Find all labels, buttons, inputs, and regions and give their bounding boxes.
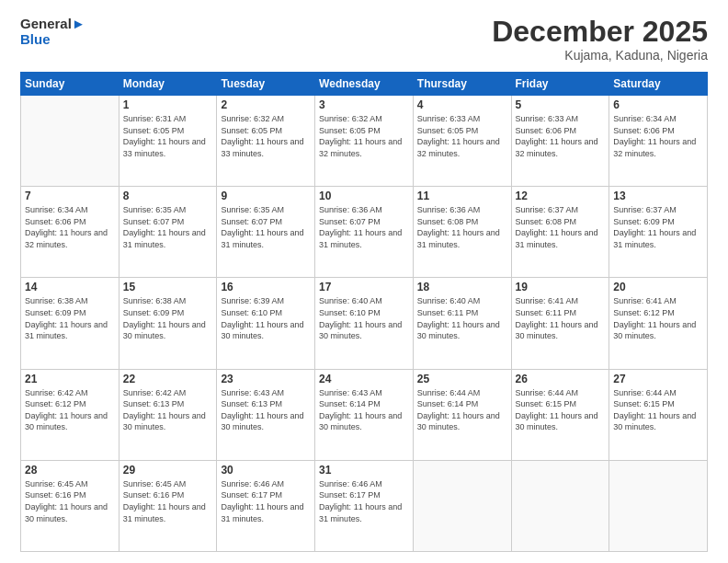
day-number: 31 bbox=[319, 464, 409, 477]
cell-info: Sunrise: 6:39 AMSunset: 6:10 PMDaylight:… bbox=[221, 296, 303, 340]
calendar-week-row: 14 Sunrise: 6:38 AMSunset: 6:09 PMDaylig… bbox=[21, 278, 708, 369]
day-number: 24 bbox=[319, 373, 409, 385]
table-row: 5 Sunrise: 6:33 AMSunset: 6:06 PMDayligh… bbox=[511, 96, 609, 187]
day-number: 30 bbox=[221, 464, 311, 477]
day-number: 1 bbox=[123, 98, 213, 111]
calendar-week-row: 1 Sunrise: 6:31 AMSunset: 6:05 PMDayligh… bbox=[21, 96, 708, 187]
page: General► Blue December 2025 Kujama, Kadu… bbox=[0, 0, 728, 563]
day-number: 22 bbox=[123, 373, 213, 385]
calendar-table: Sunday Monday Tuesday Wednesday Thursday… bbox=[20, 72, 708, 552]
cell-info: Sunrise: 6:35 AMSunset: 6:07 PMDaylight:… bbox=[123, 205, 206, 249]
cell-info: Sunrise: 6:34 AMSunset: 6:06 PMDaylight:… bbox=[25, 205, 108, 249]
cell-info: Sunrise: 6:46 AMSunset: 6:17 PMDaylight:… bbox=[221, 479, 303, 523]
day-number: 28 bbox=[25, 464, 115, 477]
day-number: 14 bbox=[25, 281, 115, 293]
header-tuesday: Tuesday bbox=[217, 73, 315, 96]
table-row: 14 Sunrise: 6:38 AMSunset: 6:09 PMDaylig… bbox=[21, 278, 119, 369]
cell-info: Sunrise: 6:36 AMSunset: 6:07 PMDaylight:… bbox=[319, 205, 402, 249]
cell-info: Sunrise: 6:34 AMSunset: 6:06 PMDaylight:… bbox=[613, 114, 696, 158]
table-row: 26 Sunrise: 6:44 AMSunset: 6:15 PMDaylig… bbox=[511, 369, 609, 460]
header-saturday: Saturday bbox=[609, 73, 708, 96]
weekday-header-row: Sunday Monday Tuesday Wednesday Thursday… bbox=[21, 73, 708, 96]
table-row: 24 Sunrise: 6:43 AMSunset: 6:14 PMDaylig… bbox=[315, 369, 414, 460]
day-number: 8 bbox=[123, 190, 213, 202]
day-number: 11 bbox=[417, 190, 507, 202]
table-row: 31 Sunrise: 6:46 AMSunset: 6:17 PMDaylig… bbox=[315, 460, 414, 551]
table-row: 13 Sunrise: 6:37 AMSunset: 6:09 PMDaylig… bbox=[609, 187, 708, 278]
table-row: 8 Sunrise: 6:35 AMSunset: 6:07 PMDayligh… bbox=[119, 187, 217, 278]
table-row bbox=[511, 460, 609, 551]
cell-info: Sunrise: 6:37 AMSunset: 6:08 PMDaylight:… bbox=[516, 205, 598, 249]
table-row: 18 Sunrise: 6:40 AMSunset: 6:11 PMDaylig… bbox=[413, 278, 511, 369]
day-number: 26 bbox=[516, 373, 606, 385]
cell-info: Sunrise: 6:42 AMSunset: 6:12 PMDaylight:… bbox=[25, 388, 108, 432]
day-number: 2 bbox=[221, 98, 311, 111]
table-row bbox=[609, 460, 708, 551]
table-row: 21 Sunrise: 6:42 AMSunset: 6:12 PMDaylig… bbox=[21, 369, 119, 460]
table-row: 6 Sunrise: 6:34 AMSunset: 6:06 PMDayligh… bbox=[609, 96, 708, 187]
cell-info: Sunrise: 6:32 AMSunset: 6:05 PMDaylight:… bbox=[221, 114, 303, 158]
day-number: 5 bbox=[516, 98, 606, 111]
day-number: 27 bbox=[613, 373, 703, 385]
day-number: 10 bbox=[319, 190, 409, 202]
header-monday: Monday bbox=[119, 73, 217, 96]
table-row: 7 Sunrise: 6:34 AMSunset: 6:06 PMDayligh… bbox=[21, 187, 119, 278]
cell-info: Sunrise: 6:40 AMSunset: 6:10 PMDaylight:… bbox=[319, 296, 402, 340]
header-right: December 2025 Kujama, Kaduna, Nigeria bbox=[492, 17, 708, 63]
top-section: General► Blue December 2025 Kujama, Kadu… bbox=[20, 17, 708, 63]
table-row: 30 Sunrise: 6:46 AMSunset: 6:17 PMDaylig… bbox=[217, 460, 315, 551]
table-row bbox=[21, 96, 119, 187]
cell-info: Sunrise: 6:31 AMSunset: 6:05 PMDaylight:… bbox=[123, 114, 206, 158]
table-row: 23 Sunrise: 6:43 AMSunset: 6:13 PMDaylig… bbox=[217, 369, 315, 460]
table-row: 1 Sunrise: 6:31 AMSunset: 6:05 PMDayligh… bbox=[119, 96, 217, 187]
table-row bbox=[413, 460, 511, 551]
calendar-week-row: 21 Sunrise: 6:42 AMSunset: 6:12 PMDaylig… bbox=[21, 369, 708, 460]
table-row: 25 Sunrise: 6:44 AMSunset: 6:14 PMDaylig… bbox=[413, 369, 511, 460]
table-row: 15 Sunrise: 6:38 AMSunset: 6:09 PMDaylig… bbox=[119, 278, 217, 369]
table-row: 3 Sunrise: 6:32 AMSunset: 6:05 PMDayligh… bbox=[315, 96, 414, 187]
cell-info: Sunrise: 6:44 AMSunset: 6:14 PMDaylight:… bbox=[417, 388, 500, 432]
table-row: 16 Sunrise: 6:39 AMSunset: 6:10 PMDaylig… bbox=[217, 278, 315, 369]
day-number: 4 bbox=[417, 98, 507, 111]
day-number: 18 bbox=[417, 281, 507, 293]
day-number: 15 bbox=[123, 281, 213, 293]
table-row: 2 Sunrise: 6:32 AMSunset: 6:05 PMDayligh… bbox=[217, 96, 315, 187]
day-number: 29 bbox=[123, 464, 213, 477]
cell-info: Sunrise: 6:35 AMSunset: 6:07 PMDaylight:… bbox=[221, 205, 303, 249]
table-row: 9 Sunrise: 6:35 AMSunset: 6:07 PMDayligh… bbox=[217, 187, 315, 278]
calendar-week-row: 28 Sunrise: 6:45 AMSunset: 6:16 PMDaylig… bbox=[21, 460, 708, 551]
cell-info: Sunrise: 6:32 AMSunset: 6:05 PMDaylight:… bbox=[319, 114, 402, 158]
day-number: 21 bbox=[25, 373, 115, 385]
cell-info: Sunrise: 6:44 AMSunset: 6:15 PMDaylight:… bbox=[613, 388, 696, 432]
cell-info: Sunrise: 6:41 AMSunset: 6:11 PMDaylight:… bbox=[516, 296, 598, 340]
table-row: 12 Sunrise: 6:37 AMSunset: 6:08 PMDaylig… bbox=[511, 187, 609, 278]
day-number: 7 bbox=[25, 190, 115, 202]
day-number: 17 bbox=[319, 281, 409, 293]
day-number: 3 bbox=[319, 98, 409, 111]
table-row: 27 Sunrise: 6:44 AMSunset: 6:15 PMDaylig… bbox=[609, 369, 708, 460]
header-sunday: Sunday bbox=[21, 73, 119, 96]
table-row: 11 Sunrise: 6:36 AMSunset: 6:08 PMDaylig… bbox=[413, 187, 511, 278]
cell-info: Sunrise: 6:37 AMSunset: 6:09 PMDaylight:… bbox=[613, 205, 696, 249]
cell-info: Sunrise: 6:38 AMSunset: 6:09 PMDaylight:… bbox=[123, 296, 206, 340]
table-row: 4 Sunrise: 6:33 AMSunset: 6:05 PMDayligh… bbox=[413, 96, 511, 187]
cell-info: Sunrise: 6:43 AMSunset: 6:14 PMDaylight:… bbox=[319, 388, 402, 432]
day-number: 6 bbox=[613, 98, 703, 111]
cell-info: Sunrise: 6:33 AMSunset: 6:06 PMDaylight:… bbox=[516, 114, 598, 158]
cell-info: Sunrise: 6:38 AMSunset: 6:09 PMDaylight:… bbox=[25, 296, 108, 340]
header-thursday: Thursday bbox=[413, 73, 511, 96]
day-number: 9 bbox=[221, 190, 311, 202]
table-row: 22 Sunrise: 6:42 AMSunset: 6:13 PMDaylig… bbox=[119, 369, 217, 460]
table-row: 10 Sunrise: 6:36 AMSunset: 6:07 PMDaylig… bbox=[315, 187, 414, 278]
cell-info: Sunrise: 6:44 AMSunset: 6:15 PMDaylight:… bbox=[516, 388, 598, 432]
cell-info: Sunrise: 6:42 AMSunset: 6:13 PMDaylight:… bbox=[123, 388, 206, 432]
table-row: 29 Sunrise: 6:45 AMSunset: 6:16 PMDaylig… bbox=[119, 460, 217, 551]
cell-info: Sunrise: 6:41 AMSunset: 6:12 PMDaylight:… bbox=[613, 296, 696, 340]
day-number: 12 bbox=[516, 190, 606, 202]
day-number: 19 bbox=[516, 281, 606, 293]
day-number: 23 bbox=[221, 373, 311, 385]
month-title: December 2025 bbox=[492, 17, 708, 46]
cell-info: Sunrise: 6:45 AMSunset: 6:16 PMDaylight:… bbox=[25, 479, 108, 523]
day-number: 20 bbox=[613, 281, 703, 293]
calendar-week-row: 7 Sunrise: 6:34 AMSunset: 6:06 PMDayligh… bbox=[21, 187, 708, 278]
